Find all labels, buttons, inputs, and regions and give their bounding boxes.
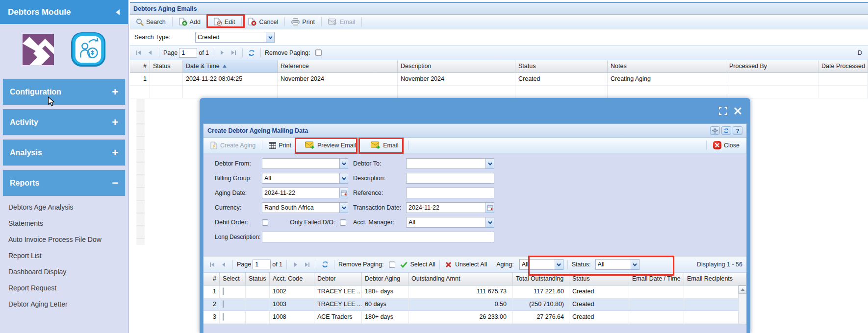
- calendar-icon[interactable]: [340, 188, 348, 198]
- table-row[interactable]: 1 2024-11-22 08:04:25 November 2024 Nove…: [130, 73, 868, 86]
- column-header[interactable]: Reference: [278, 60, 398, 73]
- sidebar-item-analysis[interactable]: Analysis +: [2, 139, 126, 166]
- first-page-button[interactable]: [207, 260, 217, 269]
- help-icon[interactable]: ?: [733, 126, 742, 135]
- row-select-checkbox[interactable]: [223, 313, 224, 321]
- gear-icon[interactable]: [710, 126, 720, 135]
- transaction-date-field[interactable]: [406, 202, 494, 213]
- calendar-icon[interactable]: [486, 202, 494, 213]
- sidebar-item-debtors-age-analysis[interactable]: Debtors Age Analysis: [0, 199, 128, 215]
- collapse-minus-icon[interactable]: −: [112, 178, 118, 188]
- expand-plus-icon[interactable]: +: [112, 87, 118, 97]
- column-header[interactable]: Select: [220, 273, 246, 285]
- sidebar-item-dashboard-display[interactable]: Dashboard Display: [0, 264, 128, 280]
- sidebar-item-report-list[interactable]: Report List: [0, 248, 128, 264]
- column-header[interactable]: Description: [398, 60, 515, 73]
- sidebar-item-activity[interactable]: Activity +: [2, 109, 126, 136]
- page-number-input[interactable]: [179, 48, 197, 58]
- column-header[interactable]: #: [130, 60, 150, 73]
- sidebar-item-configuration[interactable]: Configuration +: [2, 78, 126, 105]
- refresh-icon[interactable]: [320, 260, 330, 269]
- currency-combo[interactable]: [262, 202, 348, 213]
- remove-paging-checkbox[interactable]: [315, 49, 322, 56]
- currency-input[interactable]: [262, 202, 340, 213]
- vertical-scrollbar[interactable]: [738, 285, 746, 324]
- add-button[interactable]: Add: [176, 16, 204, 27]
- last-page-button[interactable]: [302, 260, 312, 269]
- debtor-to-combo[interactable]: [406, 158, 494, 169]
- column-header[interactable]: Processed By: [726, 60, 818, 73]
- email-button[interactable]: Email: [325, 17, 358, 27]
- chevron-down-icon[interactable]: [340, 158, 348, 169]
- last-page-button[interactable]: [229, 48, 238, 58]
- window-titlebar[interactable]: [200, 98, 750, 123]
- column-header[interactable]: #: [204, 273, 220, 285]
- transaction-date-input[interactable]: [406, 202, 486, 213]
- column-header[interactable]: Acct. Code: [270, 273, 314, 285]
- refresh-icon[interactable]: [721, 126, 731, 135]
- first-page-button[interactable]: [134, 48, 144, 58]
- row-select-checkbox[interactable]: [223, 300, 224, 308]
- debtor-from-combo[interactable]: [262, 158, 348, 169]
- column-header[interactable]: Notes: [608, 60, 726, 73]
- acct-manager-combo[interactable]: [406, 217, 494, 228]
- chevron-down-icon[interactable]: [340, 202, 348, 213]
- sidebar-item-report-request[interactable]: Report Request: [0, 280, 128, 296]
- close-window-icon[interactable]: [734, 107, 741, 115]
- column-header[interactable]: Status: [150, 60, 183, 73]
- billing-group-combo[interactable]: [262, 173, 348, 184]
- aging-date-input[interactable]: [262, 188, 340, 198]
- reference-input[interactable]: [406, 188, 494, 198]
- create-aging-button[interactable]: Create Aging: [207, 140, 258, 151]
- sidebar-header[interactable]: Debtors Module: [0, 0, 128, 24]
- billing-group-input[interactable]: [262, 173, 340, 184]
- remove-paging-checkbox[interactable]: [389, 262, 395, 268]
- column-header[interactable]: Status: [246, 273, 270, 285]
- next-page-button[interactable]: [217, 48, 227, 58]
- debtor-from-input[interactable]: [262, 158, 340, 169]
- table-row[interactable]: 1 1002 TRACEY LEE ... 180+ days 111 675.…: [204, 285, 746, 298]
- page-number-input[interactable]: [253, 260, 271, 269]
- column-header[interactable]: Email Recipients: [684, 273, 746, 285]
- description-input[interactable]: [406, 173, 494, 184]
- acct-manager-input[interactable]: [406, 217, 486, 228]
- debit-order-checkbox[interactable]: [262, 219, 268, 226]
- row-select-checkbox[interactable]: [223, 287, 224, 295]
- aging-date-field[interactable]: [262, 188, 348, 198]
- search-type-combo[interactable]: [195, 32, 275, 43]
- print-button[interactable]: Print: [288, 17, 318, 27]
- chevron-down-icon[interactable]: [486, 217, 494, 228]
- column-header[interactable]: Debtor Aging: [362, 273, 408, 285]
- prev-page-button[interactable]: [219, 260, 229, 269]
- maximize-icon[interactable]: [719, 107, 727, 115]
- sidebar-item-auto-invoice-process[interactable]: Auto Invoice Process File Dow: [0, 232, 128, 248]
- cancel-button[interactable]: Cancel: [245, 16, 281, 27]
- chevron-down-icon[interactable]: [486, 158, 494, 169]
- column-header[interactable]: Debtor: [314, 273, 362, 285]
- print-button[interactable]: Print: [266, 141, 294, 150]
- next-page-button[interactable]: [291, 260, 301, 269]
- expand-plus-icon[interactable]: +: [112, 148, 118, 158]
- only-failed-do-checkbox[interactable]: [340, 219, 346, 226]
- sidebar-collapse-icon[interactable]: [115, 9, 120, 16]
- sidebar-item-reports[interactable]: Reports −: [2, 169, 126, 196]
- scroll-up-arrow-icon[interactable]: [739, 285, 746, 294]
- unselect-all-button[interactable]: Unselect All: [455, 261, 487, 268]
- table-row[interactable]: 3 1008 ACE Traders 180+ days 26 233.00 2…: [204, 311, 746, 324]
- column-header[interactable]: Status: [515, 60, 608, 73]
- expand-plus-icon[interactable]: +: [112, 118, 118, 127]
- refresh-icon[interactable]: [247, 48, 256, 58]
- search-button[interactable]: Search: [133, 17, 169, 27]
- search-type-input[interactable]: [195, 32, 266, 43]
- table-row[interactable]: 2 1003 TRACEY LEE ... 60 days 0.50 (250 …: [204, 298, 746, 311]
- column-header[interactable]: Outstanding Amnt: [408, 273, 513, 285]
- long-description-input[interactable]: [262, 232, 494, 242]
- prev-page-button[interactable]: [145, 48, 155, 58]
- sidebar-item-debtor-aging-letter[interactable]: Debtor Aging Letter: [0, 296, 128, 312]
- chevron-down-icon[interactable]: [340, 173, 348, 184]
- column-header-sorted[interactable]: Date & Time: [183, 60, 278, 73]
- chevron-down-icon[interactable]: [266, 32, 275, 43]
- sidebar-item-statements[interactable]: Statements: [0, 215, 128, 232]
- close-button[interactable]: Close: [710, 140, 742, 151]
- debtor-to-input[interactable]: [406, 158, 486, 169]
